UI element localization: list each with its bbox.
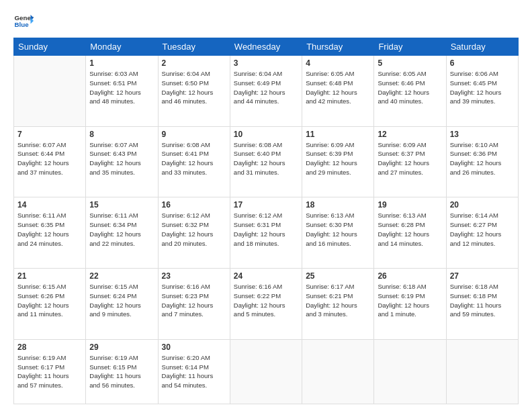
day-number: 15 (89, 200, 154, 210)
day-number: 22 (89, 271, 154, 281)
table-row (374, 339, 446, 404)
day-number: 7 (17, 130, 82, 139)
table-row: 22Sunrise: 6:15 AMSunset: 6:24 PMDayligh… (86, 269, 158, 340)
col-header-wednesday: Wednesday (230, 38, 302, 56)
day-number: 5 (378, 58, 442, 68)
table-row (14, 56, 86, 127)
day-info: Sunrise: 6:08 AMSunset: 6:41 PMDaylight:… (162, 140, 226, 177)
table-row: 25Sunrise: 6:17 AMSunset: 6:21 PMDayligh… (302, 269, 374, 340)
day-info: Sunrise: 6:12 AMSunset: 6:32 PMDaylight:… (162, 211, 226, 248)
day-number: 4 (306, 58, 370, 68)
day-info: Sunrise: 6:13 AMSunset: 6:28 PMDaylight:… (378, 211, 442, 248)
day-number: 18 (306, 200, 370, 210)
table-row: 1Sunrise: 6:03 AMSunset: 6:51 PMDaylight… (86, 56, 158, 127)
day-number: 28 (17, 342, 82, 352)
day-info: Sunrise: 6:13 AMSunset: 6:30 PMDaylight:… (306, 211, 370, 248)
table-row: 28Sunrise: 6:19 AMSunset: 6:17 PMDayligh… (14, 339, 86, 404)
table-row: 30Sunrise: 6:20 AMSunset: 6:14 PMDayligh… (158, 339, 230, 404)
day-info: Sunrise: 6:06 AMSunset: 6:45 PMDaylight:… (450, 69, 515, 106)
day-number: 26 (378, 271, 442, 281)
day-number: 19 (378, 200, 442, 210)
day-info: Sunrise: 6:10 AMSunset: 6:36 PMDaylight:… (450, 140, 515, 177)
day-info: Sunrise: 6:20 AMSunset: 6:14 PMDaylight:… (162, 353, 226, 390)
table-row: 11Sunrise: 6:09 AMSunset: 6:39 PMDayligh… (302, 126, 374, 197)
day-info: Sunrise: 6:18 AMSunset: 6:18 PMDaylight:… (450, 282, 515, 319)
day-info: Sunrise: 6:17 AMSunset: 6:21 PMDaylight:… (306, 282, 370, 319)
day-info: Sunrise: 6:03 AMSunset: 6:51 PMDaylight:… (89, 69, 154, 106)
calendar-table: SundayMondayTuesdayWednesdayThursdayFrid… (13, 38, 519, 404)
day-number: 10 (234, 130, 298, 139)
day-number: 13 (450, 130, 515, 139)
day-info: Sunrise: 6:09 AMSunset: 6:39 PMDaylight:… (306, 140, 370, 177)
day-info: Sunrise: 6:18 AMSunset: 6:19 PMDaylight:… (378, 282, 442, 319)
col-header-saturday: Saturday (446, 38, 518, 56)
table-row: 21Sunrise: 6:15 AMSunset: 6:26 PMDayligh… (14, 269, 86, 340)
col-header-friday: Friday (374, 38, 446, 56)
day-info: Sunrise: 6:15 AMSunset: 6:26 PMDaylight:… (17, 282, 82, 319)
day-info: Sunrise: 6:08 AMSunset: 6:40 PMDaylight:… (234, 140, 298, 177)
table-row: 8Sunrise: 6:07 AMSunset: 6:43 PMDaylight… (86, 126, 158, 197)
day-number: 27 (450, 271, 515, 281)
table-row (446, 339, 518, 404)
col-header-thursday: Thursday (302, 38, 374, 56)
day-number: 9 (162, 130, 226, 139)
day-number: 17 (234, 200, 298, 210)
day-info: Sunrise: 6:11 AMSunset: 6:35 PMDaylight:… (17, 211, 82, 248)
day-number: 11 (306, 130, 370, 139)
day-info: Sunrise: 6:05 AMSunset: 6:48 PMDaylight:… (306, 69, 370, 106)
day-info: Sunrise: 6:11 AMSunset: 6:34 PMDaylight:… (89, 211, 154, 248)
day-info: Sunrise: 6:15 AMSunset: 6:24 PMDaylight:… (89, 282, 154, 319)
table-row: 23Sunrise: 6:16 AMSunset: 6:23 PMDayligh… (158, 269, 230, 340)
day-number: 24 (234, 271, 298, 281)
day-info: Sunrise: 6:12 AMSunset: 6:31 PMDaylight:… (234, 211, 298, 248)
col-header-monday: Monday (86, 38, 158, 56)
day-number: 6 (450, 58, 515, 68)
table-row: 12Sunrise: 6:09 AMSunset: 6:37 PMDayligh… (374, 126, 446, 197)
day-info: Sunrise: 6:07 AMSunset: 6:43 PMDaylight:… (89, 140, 154, 177)
table-row: 20Sunrise: 6:14 AMSunset: 6:27 PMDayligh… (446, 197, 518, 269)
table-row: 5Sunrise: 6:05 AMSunset: 6:46 PMDaylight… (374, 56, 446, 127)
day-info: Sunrise: 6:14 AMSunset: 6:27 PMDaylight:… (450, 211, 515, 248)
table-row (230, 339, 302, 404)
table-row: 4Sunrise: 6:05 AMSunset: 6:48 PMDaylight… (302, 56, 374, 127)
svg-text:Blue: Blue (15, 21, 30, 28)
table-row: 29Sunrise: 6:19 AMSunset: 6:15 PMDayligh… (86, 339, 158, 404)
day-number: 16 (162, 200, 226, 210)
day-info: Sunrise: 6:04 AMSunset: 6:49 PMDaylight:… (234, 69, 298, 106)
logo-icon: General Blue (13, 11, 34, 31)
table-row: 24Sunrise: 6:16 AMSunset: 6:22 PMDayligh… (230, 269, 302, 340)
table-row: 7Sunrise: 6:07 AMSunset: 6:44 PMDaylight… (14, 126, 86, 197)
day-number: 14 (17, 200, 82, 210)
table-row: 15Sunrise: 6:11 AMSunset: 6:34 PMDayligh… (86, 197, 158, 269)
day-info: Sunrise: 6:04 AMSunset: 6:50 PMDaylight:… (162, 69, 226, 106)
day-info: Sunrise: 6:16 AMSunset: 6:22 PMDaylight:… (234, 282, 298, 319)
table-row: 19Sunrise: 6:13 AMSunset: 6:28 PMDayligh… (374, 197, 446, 269)
day-info: Sunrise: 6:16 AMSunset: 6:23 PMDaylight:… (162, 282, 226, 319)
day-number: 8 (89, 130, 154, 139)
table-row: 27Sunrise: 6:18 AMSunset: 6:18 PMDayligh… (446, 269, 518, 340)
day-info: Sunrise: 6:19 AMSunset: 6:15 PMDaylight:… (89, 353, 154, 390)
day-number: 3 (234, 58, 298, 68)
day-number: 30 (162, 342, 226, 352)
table-row: 10Sunrise: 6:08 AMSunset: 6:40 PMDayligh… (230, 126, 302, 197)
col-header-sunday: Sunday (14, 38, 86, 56)
table-row: 13Sunrise: 6:10 AMSunset: 6:36 PMDayligh… (446, 126, 518, 197)
day-number: 21 (17, 271, 82, 281)
day-number: 2 (162, 58, 226, 68)
table-row: 26Sunrise: 6:18 AMSunset: 6:19 PMDayligh… (374, 269, 446, 340)
table-row: 9Sunrise: 6:08 AMSunset: 6:41 PMDaylight… (158, 126, 230, 197)
day-number: 12 (378, 130, 442, 139)
day-number: 25 (306, 271, 370, 281)
day-number: 20 (450, 200, 515, 210)
logo: General Blue (13, 11, 34, 31)
table-row: 6Sunrise: 6:06 AMSunset: 6:45 PMDaylight… (446, 56, 518, 127)
day-number: 23 (162, 271, 226, 281)
table-row: 17Sunrise: 6:12 AMSunset: 6:31 PMDayligh… (230, 197, 302, 269)
table-row: 14Sunrise: 6:11 AMSunset: 6:35 PMDayligh… (14, 197, 86, 269)
day-info: Sunrise: 6:05 AMSunset: 6:46 PMDaylight:… (378, 69, 442, 106)
day-number: 1 (89, 58, 154, 68)
day-info: Sunrise: 6:19 AMSunset: 6:17 PMDaylight:… (17, 353, 82, 390)
table-row (302, 339, 374, 404)
table-row: 18Sunrise: 6:13 AMSunset: 6:30 PMDayligh… (302, 197, 374, 269)
col-header-tuesday: Tuesday (158, 38, 230, 56)
